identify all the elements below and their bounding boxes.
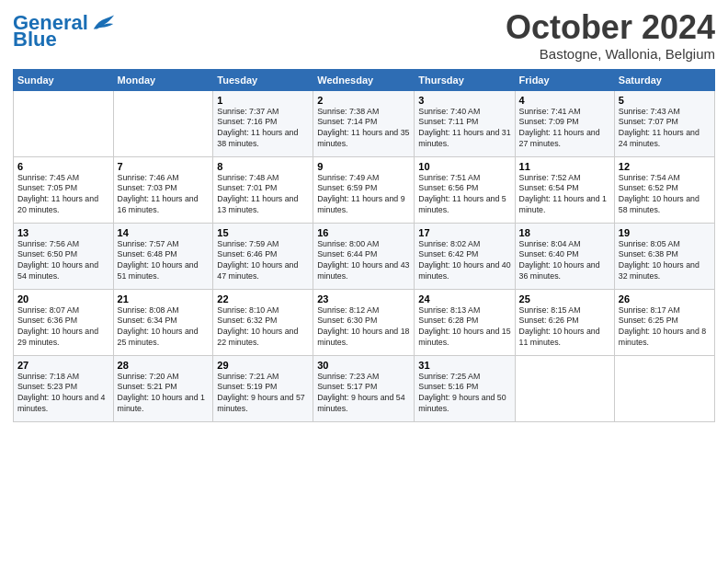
- day-number: 25: [519, 293, 610, 304]
- calendar-cell: 29Sunrise: 7:21 AM Sunset: 5:19 PM Dayli…: [213, 355, 313, 421]
- day-number: 28: [118, 360, 210, 371]
- column-header-row: SundayMondayTuesdayWednesdayThursdayFrid…: [14, 69, 715, 90]
- day-info: Sunrise: 7:20 AM Sunset: 5:21 PM Dayligh…: [118, 372, 210, 416]
- calendar-cell: 10Sunrise: 7:51 AM Sunset: 6:56 PM Dayli…: [415, 156, 515, 223]
- logo: General Blue: [13, 13, 116, 50]
- day-info: Sunrise: 8:04 AM Sunset: 6:40 PM Dayligh…: [519, 239, 610, 283]
- day-number: 6: [17, 161, 109, 172]
- calendar-cell: 7Sunrise: 7:46 AM Sunset: 7:03 PM Daylig…: [113, 156, 213, 223]
- day-number: 11: [519, 161, 610, 172]
- calendar-cell: 16Sunrise: 8:00 AM Sunset: 6:44 PM Dayli…: [313, 223, 415, 289]
- calendar-cell: 6Sunrise: 7:45 AM Sunset: 7:05 PM Daylig…: [14, 156, 114, 223]
- day-info: Sunrise: 7:46 AM Sunset: 7:03 PM Dayligh…: [118, 173, 210, 217]
- day-number: 24: [418, 293, 510, 304]
- day-number: 19: [619, 227, 711, 238]
- day-info: Sunrise: 7:37 AM Sunset: 7:16 PM Dayligh…: [217, 107, 309, 151]
- calendar-cell: 30Sunrise: 7:23 AM Sunset: 5:17 PM Dayli…: [313, 355, 415, 421]
- day-number: 26: [619, 293, 711, 304]
- calendar-cell: 15Sunrise: 7:59 AM Sunset: 6:46 PM Dayli…: [213, 223, 313, 289]
- day-number: 5: [619, 95, 711, 106]
- calendar-cell: 9Sunrise: 7:49 AM Sunset: 6:59 PM Daylig…: [313, 156, 415, 223]
- calendar-cell: 11Sunrise: 7:52 AM Sunset: 6:54 PM Dayli…: [515, 156, 614, 223]
- title-block: October 2024 Bastogne, Wallonia, Belgium: [506, 9, 715, 62]
- calendar-cell: 13Sunrise: 7:56 AM Sunset: 6:50 PM Dayli…: [14, 223, 114, 289]
- day-number: 2: [317, 95, 410, 106]
- month-title: October 2024: [506, 9, 715, 46]
- location-subtitle: Bastogne, Wallonia, Belgium: [506, 46, 715, 62]
- calendar-cell: [515, 355, 614, 421]
- day-info: Sunrise: 7:45 AM Sunset: 7:05 PM Dayligh…: [17, 173, 109, 217]
- day-info: Sunrise: 7:57 AM Sunset: 6:48 PM Dayligh…: [118, 239, 210, 283]
- calendar-cell: 26Sunrise: 8:17 AM Sunset: 6:25 PM Dayli…: [614, 289, 714, 355]
- calendar-cell: 14Sunrise: 7:57 AM Sunset: 6:48 PM Dayli…: [113, 223, 213, 289]
- calendar-cell: 8Sunrise: 7:48 AM Sunset: 7:01 PM Daylig…: [213, 156, 313, 223]
- calendar-cell: 4Sunrise: 7:41 AM Sunset: 7:09 PM Daylig…: [515, 90, 614, 156]
- calendar-row-2: 13Sunrise: 7:56 AM Sunset: 6:50 PM Dayli…: [14, 223, 715, 289]
- day-number: 16: [317, 227, 410, 238]
- day-number: 30: [317, 360, 410, 371]
- calendar-row-4: 27Sunrise: 7:18 AM Sunset: 5:23 PM Dayli…: [14, 355, 715, 421]
- day-number: 4: [519, 95, 610, 106]
- calendar-cell: 24Sunrise: 8:13 AM Sunset: 6:28 PM Dayli…: [415, 289, 515, 355]
- calendar-row-3: 20Sunrise: 8:07 AM Sunset: 6:36 PM Dayli…: [14, 289, 715, 355]
- calendar-row-1: 6Sunrise: 7:45 AM Sunset: 7:05 PM Daylig…: [14, 156, 715, 223]
- day-info: Sunrise: 7:18 AM Sunset: 5:23 PM Dayligh…: [17, 372, 109, 416]
- day-number: 27: [17, 360, 109, 371]
- day-info: Sunrise: 8:08 AM Sunset: 6:34 PM Dayligh…: [118, 305, 210, 350]
- day-number: 23: [317, 293, 410, 304]
- calendar-row-0: 1Sunrise: 7:37 AM Sunset: 7:16 PM Daylig…: [14, 90, 715, 156]
- day-info: Sunrise: 7:59 AM Sunset: 6:46 PM Dayligh…: [217, 239, 309, 283]
- calendar-cell: 28Sunrise: 7:20 AM Sunset: 5:21 PM Dayli…: [113, 355, 213, 421]
- col-header-friday: Friday: [515, 69, 614, 90]
- day-number: 15: [217, 227, 309, 238]
- day-number: 17: [418, 227, 510, 238]
- day-info: Sunrise: 7:21 AM Sunset: 5:19 PM Dayligh…: [217, 372, 309, 416]
- day-number: 29: [217, 360, 309, 371]
- day-info: Sunrise: 7:48 AM Sunset: 7:01 PM Dayligh…: [217, 173, 309, 217]
- day-info: Sunrise: 7:54 AM Sunset: 6:52 PM Dayligh…: [619, 173, 711, 217]
- calendar-cell: [14, 90, 114, 156]
- day-info: Sunrise: 8:02 AM Sunset: 6:42 PM Dayligh…: [418, 239, 510, 283]
- day-info: Sunrise: 7:49 AM Sunset: 6:59 PM Dayligh…: [317, 173, 410, 217]
- col-header-monday: Monday: [113, 69, 213, 90]
- calendar-cell: 20Sunrise: 8:07 AM Sunset: 6:36 PM Dayli…: [14, 289, 114, 355]
- calendar-cell: 18Sunrise: 8:04 AM Sunset: 6:40 PM Dayli…: [515, 223, 614, 289]
- col-header-tuesday: Tuesday: [213, 69, 313, 90]
- col-header-sunday: Sunday: [14, 69, 114, 90]
- day-number: 8: [217, 161, 309, 172]
- day-info: Sunrise: 8:10 AM Sunset: 6:32 PM Dayligh…: [217, 305, 309, 350]
- day-info: Sunrise: 8:15 AM Sunset: 6:26 PM Dayligh…: [519, 305, 610, 350]
- day-info: Sunrise: 7:56 AM Sunset: 6:50 PM Dayligh…: [17, 239, 109, 283]
- day-info: Sunrise: 8:12 AM Sunset: 6:30 PM Dayligh…: [317, 305, 410, 350]
- day-number: 22: [217, 293, 309, 304]
- calendar-cell: 17Sunrise: 8:02 AM Sunset: 6:42 PM Dayli…: [415, 223, 515, 289]
- day-info: Sunrise: 8:00 AM Sunset: 6:44 PM Dayligh…: [317, 239, 410, 283]
- col-header-saturday: Saturday: [614, 69, 714, 90]
- day-info: Sunrise: 7:43 AM Sunset: 7:07 PM Dayligh…: [619, 107, 711, 151]
- calendar-cell: 19Sunrise: 8:05 AM Sunset: 6:38 PM Dayli…: [614, 223, 714, 289]
- day-number: 12: [619, 161, 711, 172]
- day-number: 31: [418, 360, 510, 371]
- day-info: Sunrise: 7:51 AM Sunset: 6:56 PM Dayligh…: [418, 173, 510, 217]
- day-info: Sunrise: 7:38 AM Sunset: 7:14 PM Dayligh…: [317, 107, 410, 151]
- calendar-cell: 31Sunrise: 7:25 AM Sunset: 5:16 PM Dayli…: [415, 355, 515, 421]
- calendar-cell: 21Sunrise: 8:08 AM Sunset: 6:34 PM Dayli…: [113, 289, 213, 355]
- calendar-table: SundayMondayTuesdayWednesdayThursdayFrid…: [13, 69, 715, 422]
- calendar-cell: 25Sunrise: 8:15 AM Sunset: 6:26 PM Dayli…: [515, 289, 614, 355]
- day-number: 1: [217, 95, 309, 106]
- calendar-cell: 1Sunrise: 7:37 AM Sunset: 7:16 PM Daylig…: [213, 90, 313, 156]
- day-number: 20: [17, 293, 109, 304]
- day-number: 7: [118, 161, 210, 172]
- day-number: 3: [418, 95, 510, 106]
- day-info: Sunrise: 7:40 AM Sunset: 7:11 PM Dayligh…: [418, 107, 510, 151]
- day-info: Sunrise: 7:25 AM Sunset: 5:16 PM Dayligh…: [418, 372, 510, 416]
- day-info: Sunrise: 8:07 AM Sunset: 6:36 PM Dayligh…: [17, 305, 109, 350]
- day-number: 21: [118, 293, 210, 304]
- calendar-cell: 2Sunrise: 7:38 AM Sunset: 7:14 PM Daylig…: [313, 90, 415, 156]
- page-container: General Blue October 2024 Bastogne, Wall…: [0, 0, 728, 428]
- calendar-cell: [113, 90, 213, 156]
- day-info: Sunrise: 7:41 AM Sunset: 7:09 PM Dayligh…: [519, 107, 610, 151]
- calendar-cell: 12Sunrise: 7:54 AM Sunset: 6:52 PM Dayli…: [614, 156, 714, 223]
- calendar-cell: [614, 355, 714, 421]
- day-number: 14: [118, 227, 210, 238]
